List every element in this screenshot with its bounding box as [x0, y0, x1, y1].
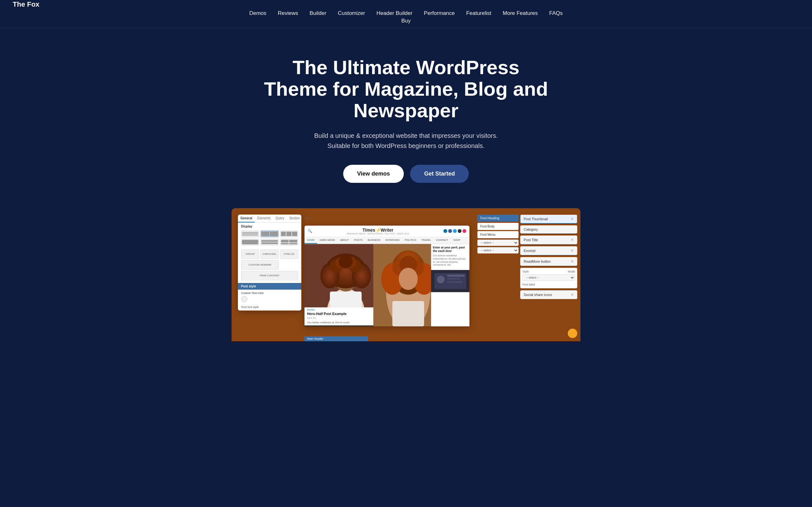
style-label: Style: [522, 270, 529, 273]
builder-panel: GeneralElementsQuerySectionAd Display: [238, 215, 301, 311]
nav-link-reviews[interactable]: Reviews: [278, 10, 298, 16]
nav-link-demos[interactable]: Demos: [249, 10, 266, 16]
builder-tab-section[interactable]: Section: [287, 215, 302, 222]
svg-rect-11: [330, 291, 362, 307]
item-html[interactable]: HTML/JS: [280, 249, 298, 259]
wp-post-title: Hero-Half Post Example: [305, 312, 373, 317]
grid-grid-view[interactable]: [260, 230, 278, 237]
component-category-label: Category: [524, 228, 538, 231]
wp-nav-interview[interactable]: INTERVIEW: [383, 237, 402, 244]
orange-indicator: [568, 329, 577, 338]
wp-header: 🔍 Times⚡Writer BREAKING NEWS · WORLD NEW…: [305, 226, 469, 237]
wp-nav-travel[interactable]: TRAVEL: [419, 237, 434, 244]
wp-nav-shop[interactable]: SHOP: [451, 237, 463, 244]
nav-link-faqs[interactable]: FAQs: [549, 10, 563, 16]
wp-nav-contact[interactable]: CONTACT: [434, 237, 451, 244]
wp-nav-home[interactable]: HOME: [305, 237, 317, 244]
wp-nav-posts[interactable]: POSTS: [351, 237, 365, 244]
component-readmore[interactable]: ReadMore button ✕: [520, 257, 577, 266]
svg-rect-22: [373, 244, 431, 326]
close-readmore-button[interactable]: ✕: [571, 259, 574, 264]
nav-link-customizer[interactable]: Customizer: [338, 10, 365, 16]
nav-link-buy[interactable]: Buy: [401, 18, 410, 24]
social-icon-3[interactable]: [453, 229, 457, 233]
nav-row1: DemosReviewsBuilderCustomizerHeader Buil…: [13, 7, 799, 17]
wp-right-text: Duo dolorum mnedentur mneschains to. Sit…: [433, 254, 467, 267]
component-excerpt[interactable]: Excerpt ✕: [520, 246, 577, 255]
wp-nav-about[interactable]: ABOUT: [338, 237, 351, 244]
wp-nav-dark mode[interactable]: DARK MODE: [317, 237, 338, 244]
component-social[interactable]: Social share icons ✕: [520, 290, 577, 299]
wp-logo: Times⚡Writer: [312, 228, 444, 233]
wp-nav-bar: HOMEDARK MODEABOUTPOSTSBUSINESSINTERVIEW…: [305, 237, 469, 244]
website-preview: 🔍 Times⚡Writer BREAKING NEWS · WORLD NEW…: [305, 226, 469, 326]
site-logo[interactable]: The Fox: [13, 0, 39, 9]
grid-magazine-view[interactable]: [280, 230, 298, 237]
font-label: Font label: [522, 283, 575, 286]
item-custom-sidebar[interactable]: CUSTOM SIDEBAR: [241, 260, 279, 270]
customizer-font-heading[interactable]: Font Heading: [477, 215, 519, 222]
nav-link-header-builder[interactable]: Header Builder: [376, 10, 412, 16]
nav-row2: Buy: [13, 17, 799, 28]
social-icon-1[interactable]: [444, 229, 447, 233]
builder-tab-general[interactable]: General: [238, 215, 255, 222]
item-carousel[interactable]: CAROUSEL: [260, 249, 278, 259]
wp-post-category: BOOKS: [305, 307, 373, 312]
get-started-button[interactable]: Get Started: [410, 165, 469, 183]
preview-area: GeneralElementsQuerySectionAd Display: [0, 202, 812, 341]
svg-rect-26: [447, 275, 464, 277]
color-picker[interactable]: [241, 296, 247, 302]
wp-social-icons: [444, 229, 466, 233]
wp-right-heading: Enter at your peril, past the vault door: [433, 246, 467, 253]
wp-nav-politics[interactable]: POLITICS: [402, 237, 419, 244]
nav-link-builder[interactable]: Builder: [310, 10, 326, 16]
nav-link-performance[interactable]: Performance: [424, 10, 455, 16]
component-post-title[interactable]: Post Title ✕: [520, 235, 577, 244]
item-group[interactable]: GROUP: [241, 249, 259, 259]
social-icon-4[interactable]: [458, 229, 461, 233]
close-thumbnail-button[interactable]: ✕: [571, 217, 574, 221]
wp-right-image: [431, 270, 469, 292]
builder-tab-ad[interactable]: Ad: [303, 215, 311, 222]
display-grid: [238, 229, 301, 248]
style-controls: Style Mode -- select -- Font label: [520, 268, 577, 288]
display-label: Display: [238, 223, 301, 229]
component-thumbnail[interactable]: Post Thumbnail ✕: [520, 215, 577, 223]
builder-tab-elements[interactable]: Elements: [255, 215, 273, 222]
view-demos-button[interactable]: View demos: [343, 165, 404, 183]
wp-nav-business[interactable]: BUSINESS: [365, 237, 383, 244]
wp-right-story: Enter at your peril, past the vault door…: [431, 244, 469, 269]
customizer-font-menu[interactable]: Font Menu: [477, 231, 519, 238]
customizer-select-2[interactable]: -- select --: [477, 247, 519, 253]
hero-buttons: View demos Get Started: [13, 165, 799, 183]
close-social-button[interactable]: ✕: [571, 292, 574, 297]
nav-link-featurelist[interactable]: Featurelist: [466, 10, 491, 16]
main-header-bar: Main Header: [305, 336, 368, 341]
component-category[interactable]: Category: [520, 225, 577, 233]
nav-link-more-features[interactable]: More Features: [503, 10, 538, 16]
component-social-label: Social share icons: [524, 293, 552, 297]
wp-search-icon[interactable]: 🔍: [308, 229, 312, 233]
grid-item-5[interactable]: [260, 239, 278, 245]
social-icon-2[interactable]: [448, 229, 452, 233]
wp-content: BOOKS Hero-Half Post Example April 25 Us…: [305, 244, 469, 326]
grid-list-view[interactable]: [241, 230, 259, 237]
builder-tab-query[interactable]: Query: [273, 215, 287, 222]
svg-point-10: [339, 255, 353, 268]
grid-item-4[interactable]: [241, 239, 259, 245]
style-select[interactable]: -- select --: [522, 274, 575, 281]
component-post-title-label: Post Title: [524, 238, 538, 242]
close-excerpt-button[interactable]: ✕: [571, 248, 574, 253]
item-page-content[interactable]: PAGE CONTENT: [241, 271, 298, 280]
color-label: Custom Text color: [241, 291, 298, 295]
close-title-button[interactable]: ✕: [571, 238, 574, 242]
customizer-font-body[interactable]: Font Body: [477, 223, 519, 230]
hero-subheading: Build a unique & exceptional website tha…: [305, 130, 507, 151]
preview-container: GeneralElementsQuerySectionAd Display: [232, 208, 580, 341]
customizer-select[interactable]: -- select --: [477, 239, 519, 246]
social-icon-5[interactable]: [462, 229, 466, 233]
wp-post-date: April 25: [305, 317, 373, 321]
grid-item-6[interactable]: [280, 239, 298, 245]
svg-rect-27: [447, 278, 460, 279]
component-readmore-label: ReadMore button: [524, 260, 551, 263]
